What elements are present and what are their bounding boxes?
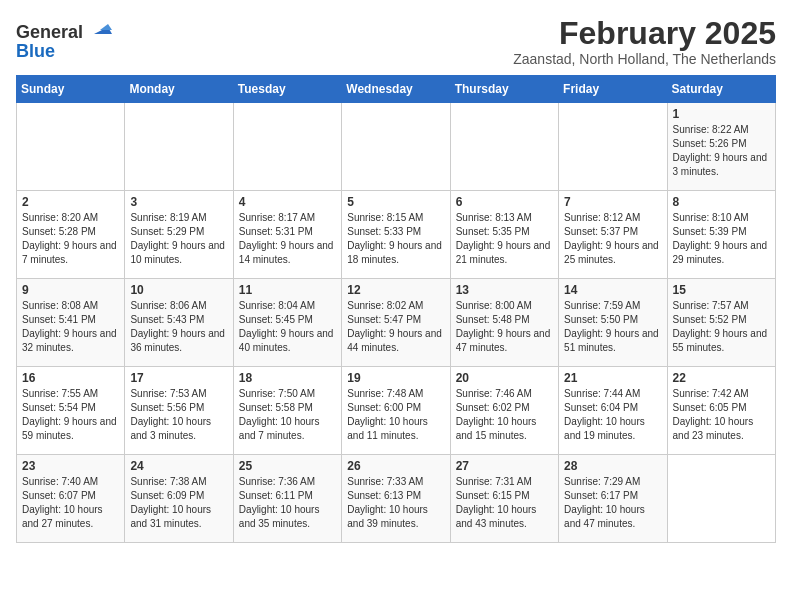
calendar-cell: 19Sunrise: 7:48 AM Sunset: 6:00 PM Dayli…: [342, 367, 450, 455]
day-number: 28: [564, 459, 661, 473]
day-info: Sunrise: 7:31 AM Sunset: 6:15 PM Dayligh…: [456, 475, 553, 531]
calendar-cell: 15Sunrise: 7:57 AM Sunset: 5:52 PM Dayli…: [667, 279, 775, 367]
day-number: 19: [347, 371, 444, 385]
calendar-cell: 8Sunrise: 8:10 AM Sunset: 5:39 PM Daylig…: [667, 191, 775, 279]
calendar-cell: [450, 103, 558, 191]
day-number: 8: [673, 195, 770, 209]
day-number: 4: [239, 195, 336, 209]
day-number: 17: [130, 371, 227, 385]
calendar-cell: 14Sunrise: 7:59 AM Sunset: 5:50 PM Dayli…: [559, 279, 667, 367]
calendar-cell: 6Sunrise: 8:13 AM Sunset: 5:35 PM Daylig…: [450, 191, 558, 279]
calendar-cell: 18Sunrise: 7:50 AM Sunset: 5:58 PM Dayli…: [233, 367, 341, 455]
calendar-table: SundayMondayTuesdayWednesdayThursdayFrid…: [16, 75, 776, 543]
calendar-cell: 28Sunrise: 7:29 AM Sunset: 6:17 PM Dayli…: [559, 455, 667, 543]
calendar-cell: [233, 103, 341, 191]
calendar-cell: 23Sunrise: 7:40 AM Sunset: 6:07 PM Dayli…: [17, 455, 125, 543]
day-info: Sunrise: 8:22 AM Sunset: 5:26 PM Dayligh…: [673, 123, 770, 179]
day-info: Sunrise: 7:40 AM Sunset: 6:07 PM Dayligh…: [22, 475, 119, 531]
calendar-cell: 9Sunrise: 8:08 AM Sunset: 5:41 PM Daylig…: [17, 279, 125, 367]
weekday-header-monday: Monday: [125, 76, 233, 103]
calendar-subtitle: Zaanstad, North Holland, The Netherlands: [513, 51, 776, 67]
calendar-cell: 20Sunrise: 7:46 AM Sunset: 6:02 PM Dayli…: [450, 367, 558, 455]
day-info: Sunrise: 7:44 AM Sunset: 6:04 PM Dayligh…: [564, 387, 661, 443]
title-block: February 2025 Zaanstad, North Holland, T…: [513, 16, 776, 67]
day-info: Sunrise: 7:38 AM Sunset: 6:09 PM Dayligh…: [130, 475, 227, 531]
weekday-header-tuesday: Tuesday: [233, 76, 341, 103]
calendar-cell: 17Sunrise: 7:53 AM Sunset: 5:56 PM Dayli…: [125, 367, 233, 455]
day-info: Sunrise: 8:20 AM Sunset: 5:28 PM Dayligh…: [22, 211, 119, 267]
calendar-cell: [125, 103, 233, 191]
day-number: 10: [130, 283, 227, 297]
calendar-cell: 12Sunrise: 8:02 AM Sunset: 5:47 PM Dayli…: [342, 279, 450, 367]
day-info: Sunrise: 7:57 AM Sunset: 5:52 PM Dayligh…: [673, 299, 770, 355]
day-info: Sunrise: 7:46 AM Sunset: 6:02 PM Dayligh…: [456, 387, 553, 443]
day-number: 9: [22, 283, 119, 297]
day-info: Sunrise: 7:53 AM Sunset: 5:56 PM Dayligh…: [130, 387, 227, 443]
day-info: Sunrise: 7:59 AM Sunset: 5:50 PM Dayligh…: [564, 299, 661, 355]
day-info: Sunrise: 8:00 AM Sunset: 5:48 PM Dayligh…: [456, 299, 553, 355]
calendar-cell: 5Sunrise: 8:15 AM Sunset: 5:33 PM Daylig…: [342, 191, 450, 279]
day-info: Sunrise: 8:13 AM Sunset: 5:35 PM Dayligh…: [456, 211, 553, 267]
weekday-header-saturday: Saturday: [667, 76, 775, 103]
calendar-cell: 21Sunrise: 7:44 AM Sunset: 6:04 PM Dayli…: [559, 367, 667, 455]
calendar-cell: 4Sunrise: 8:17 AM Sunset: 5:31 PM Daylig…: [233, 191, 341, 279]
calendar-cell: [667, 455, 775, 543]
day-number: 15: [673, 283, 770, 297]
logo-general: General: [16, 22, 83, 42]
day-info: Sunrise: 7:33 AM Sunset: 6:13 PM Dayligh…: [347, 475, 444, 531]
day-info: Sunrise: 7:36 AM Sunset: 6:11 PM Dayligh…: [239, 475, 336, 531]
day-number: 13: [456, 283, 553, 297]
calendar-cell: 26Sunrise: 7:33 AM Sunset: 6:13 PM Dayli…: [342, 455, 450, 543]
calendar-cell: [559, 103, 667, 191]
day-number: 12: [347, 283, 444, 297]
day-number: 11: [239, 283, 336, 297]
day-info: Sunrise: 8:04 AM Sunset: 5:45 PM Dayligh…: [239, 299, 336, 355]
page-header: General Blue February 2025 Zaanstad, Nor…: [16, 16, 776, 67]
day-info: Sunrise: 8:06 AM Sunset: 5:43 PM Dayligh…: [130, 299, 227, 355]
day-info: Sunrise: 7:42 AM Sunset: 6:05 PM Dayligh…: [673, 387, 770, 443]
day-info: Sunrise: 8:17 AM Sunset: 5:31 PM Dayligh…: [239, 211, 336, 267]
day-number: 25: [239, 459, 336, 473]
day-info: Sunrise: 7:48 AM Sunset: 6:00 PM Dayligh…: [347, 387, 444, 443]
day-number: 16: [22, 371, 119, 385]
day-number: 24: [130, 459, 227, 473]
calendar-title: February 2025: [513, 16, 776, 51]
day-number: 23: [22, 459, 119, 473]
day-number: 5: [347, 195, 444, 209]
calendar-cell: 1Sunrise: 8:22 AM Sunset: 5:26 PM Daylig…: [667, 103, 775, 191]
day-number: 21: [564, 371, 661, 385]
day-number: 20: [456, 371, 553, 385]
svg-marker-1: [100, 24, 112, 30]
day-number: 2: [22, 195, 119, 209]
calendar-cell: 7Sunrise: 8:12 AM Sunset: 5:37 PM Daylig…: [559, 191, 667, 279]
week-row-1: 1Sunrise: 8:22 AM Sunset: 5:26 PM Daylig…: [17, 103, 776, 191]
day-info: Sunrise: 8:10 AM Sunset: 5:39 PM Dayligh…: [673, 211, 770, 267]
week-row-2: 2Sunrise: 8:20 AM Sunset: 5:28 PM Daylig…: [17, 191, 776, 279]
weekday-header-sunday: Sunday: [17, 76, 125, 103]
day-info: Sunrise: 7:50 AM Sunset: 5:58 PM Dayligh…: [239, 387, 336, 443]
day-number: 1: [673, 107, 770, 121]
day-info: Sunrise: 7:29 AM Sunset: 6:17 PM Dayligh…: [564, 475, 661, 531]
calendar-cell: 24Sunrise: 7:38 AM Sunset: 6:09 PM Dayli…: [125, 455, 233, 543]
day-info: Sunrise: 7:55 AM Sunset: 5:54 PM Dayligh…: [22, 387, 119, 443]
logo-icon: [90, 16, 112, 38]
week-row-4: 16Sunrise: 7:55 AM Sunset: 5:54 PM Dayli…: [17, 367, 776, 455]
calendar-cell: 10Sunrise: 8:06 AM Sunset: 5:43 PM Dayli…: [125, 279, 233, 367]
calendar-cell: 2Sunrise: 8:20 AM Sunset: 5:28 PM Daylig…: [17, 191, 125, 279]
day-info: Sunrise: 8:02 AM Sunset: 5:47 PM Dayligh…: [347, 299, 444, 355]
calendar-cell: 22Sunrise: 7:42 AM Sunset: 6:05 PM Dayli…: [667, 367, 775, 455]
logo-blue: Blue: [16, 41, 55, 61]
day-info: Sunrise: 8:12 AM Sunset: 5:37 PM Dayligh…: [564, 211, 661, 267]
day-number: 6: [456, 195, 553, 209]
day-number: 7: [564, 195, 661, 209]
calendar-cell: 3Sunrise: 8:19 AM Sunset: 5:29 PM Daylig…: [125, 191, 233, 279]
week-row-3: 9Sunrise: 8:08 AM Sunset: 5:41 PM Daylig…: [17, 279, 776, 367]
day-number: 27: [456, 459, 553, 473]
weekday-header-friday: Friday: [559, 76, 667, 103]
day-number: 26: [347, 459, 444, 473]
calendar-cell: [17, 103, 125, 191]
day-info: Sunrise: 8:15 AM Sunset: 5:33 PM Dayligh…: [347, 211, 444, 267]
logo: General Blue: [16, 16, 112, 61]
weekday-header-thursday: Thursday: [450, 76, 558, 103]
calendar-cell: 25Sunrise: 7:36 AM Sunset: 6:11 PM Dayli…: [233, 455, 341, 543]
